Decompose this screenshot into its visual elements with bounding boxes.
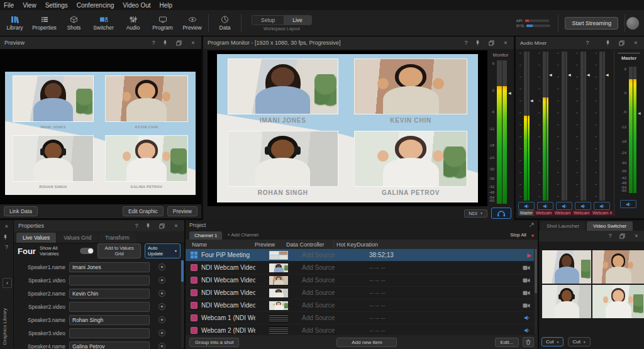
start-streaming-button[interactable]: Start Streaming — [565, 17, 618, 30]
close-icon[interactable]: × — [633, 233, 640, 239]
link-variable-icon[interactable] — [158, 263, 165, 270]
help-icon[interactable]: ? — [606, 233, 614, 239]
fader-handle[interactable]: ◀ — [568, 73, 571, 77]
link-variable-icon[interactable] — [158, 316, 165, 323]
camera-icon[interactable] — [523, 265, 530, 270]
project-row-ndi-webcam-1[interactable]: NDI Webcam Video 1 Add Source -- -- -- — [186, 262, 534, 274]
toolbar-library-button[interactable]: Library — [0, 16, 30, 31]
close-icon[interactable]: × — [189, 40, 197, 46]
speaker-icon[interactable] — [524, 315, 530, 321]
close-icon[interactable]: × — [172, 223, 180, 229]
project-scrollbar[interactable] — [535, 249, 537, 335]
link-variable-icon[interactable] — [158, 277, 165, 284]
fader-handle[interactable]: ◀ — [606, 73, 609, 77]
link-variable-icon[interactable] — [158, 330, 165, 336]
project-row-webcam-1-audio[interactable]: Webcam 1 (NDI Web... Add Source -- -- -- — [186, 312, 534, 324]
stop-all-button[interactable]: Stop All — [510, 232, 526, 240]
add-source-cell[interactable]: Add Source — [288, 264, 349, 271]
camera-icon[interactable] — [523, 303, 530, 308]
switcher-source-kevin[interactable] — [592, 250, 644, 284]
mute-button[interactable] — [575, 202, 591, 210]
play-icon[interactable]: ▶ — [527, 252, 531, 258]
column-header-hot-key[interactable]: Hot Key — [333, 241, 357, 248]
column-header-data-controller[interactable]: Data Controller — [286, 241, 333, 248]
mute-button[interactable] — [594, 202, 610, 210]
float-icon[interactable] — [159, 223, 167, 229]
toolbar-audio-button[interactable]: Audio — [118, 16, 148, 31]
camera-icon[interactable] — [523, 278, 530, 283]
project-row-ndi-webcam-4[interactable]: NDI Webcam Video 4 Add Source -- -- -- — [186, 299, 534, 312]
close-icon[interactable]: × — [502, 40, 509, 46]
close-icon[interactable]: × — [632, 40, 640, 46]
help-icon[interactable]: ? — [150, 40, 157, 46]
tab-transform[interactable]: Transform — [99, 233, 135, 243]
column-header-preview[interactable]: Preview — [255, 241, 286, 248]
add-channel-button[interactable]: + Add Channel — [227, 232, 258, 240]
menu-video-out[interactable]: Video Out — [123, 2, 150, 9]
add-new-item-button[interactable]: Add new item — [336, 338, 397, 347]
add-source-cell[interactable]: Add Source — [288, 277, 349, 284]
speaker2-name-input[interactable] — [69, 289, 150, 299]
add-source-cell[interactable]: Add Source — [288, 314, 349, 321]
fader-handle[interactable]: ◀ — [530, 99, 533, 102]
master-fader-handle[interactable]: ◀ — [638, 111, 641, 115]
project-row-ndi-webcam-3[interactable]: NDI Webcam Video 3 Add Source -- -- -- — [186, 287, 534, 299]
close-icon[interactable]: × — [3, 224, 11, 230]
tab-channel-1[interactable]: Channel 1 — [189, 231, 222, 240]
user-avatar[interactable] — [626, 17, 639, 30]
tab-video-switcher[interactable]: Video Switcher — [587, 221, 633, 231]
toolbar-program-button[interactable]: Program — [148, 16, 177, 31]
transition-2-dropdown[interactable]: Cut ▼ — [568, 337, 590, 346]
tab-shot-launcher[interactable]: Shot Launcher — [540, 221, 586, 231]
help-icon[interactable]: ? — [133, 223, 140, 229]
switcher-source-galina[interactable] — [592, 285, 644, 318]
master-mute-button[interactable] — [620, 200, 636, 208]
camera-icon[interactable] — [523, 291, 530, 296]
project-row-ndi-webcam-2[interactable]: NDI Webcam Video 2 Add Source -- -- -- — [186, 274, 534, 287]
column-header-duration[interactable]: Duration — [357, 241, 378, 248]
pin-icon[interactable] — [146, 223, 153, 229]
link-data-button[interactable]: Link Data — [4, 206, 38, 216]
menu-help[interactable]: Help — [160, 2, 173, 9]
delete-button[interactable] — [523, 337, 534, 347]
switcher-source-rohan[interactable] — [542, 285, 591, 318]
workspace-live-tab[interactable]: Live — [284, 16, 311, 25]
menu-conferencing[interactable]: Conferencing — [77, 2, 114, 9]
column-header-name[interactable]: Name — [186, 241, 255, 248]
project-row-four-pip-meeting[interactable]: Four PiP Meeting Add Source 38:52;13 ▶ — [186, 249, 534, 262]
properties-scrollbar[interactable] — [181, 260, 184, 348]
transition-1-dropdown[interactable]: Cut ▼ — [541, 337, 564, 346]
toolbar-shots-button[interactable]: Shots — [59, 16, 89, 31]
tab-live-values[interactable]: Live Values — [16, 233, 56, 243]
menu-settings[interactable]: Settings — [45, 2, 68, 9]
ndi-output-dropdown[interactable]: NDI ▼ — [464, 209, 487, 218]
menu-view[interactable]: View — [23, 2, 36, 9]
speaker1-name-input[interactable] — [69, 262, 150, 272]
pin-icon[interactable] — [3, 234, 11, 240]
link-variable-icon[interactable] — [158, 290, 165, 297]
speaker-icon[interactable] — [524, 328, 530, 333]
float-icon[interactable] — [176, 40, 184, 46]
pin-icon[interactable] — [606, 40, 613, 46]
fader-handle[interactable]: ◀ — [587, 73, 590, 77]
speaker1-video-input[interactable] — [69, 275, 150, 285]
panel-expand-icon[interactable] — [529, 223, 534, 228]
mute-button[interactable] — [518, 202, 535, 210]
add-source-cell[interactable]: Add Source — [288, 327, 349, 334]
preview-button[interactable]: Preview — [167, 206, 197, 216]
switcher-source-imani[interactable] — [542, 250, 591, 284]
monitor-headphone-button[interactable] — [491, 208, 511, 219]
help-icon[interactable]: ? — [3, 245, 11, 250]
edit-button[interactable]: Edit... — [495, 338, 519, 347]
expand-library-chevron[interactable]: ‹ — [3, 278, 12, 288]
pin-icon[interactable] — [163, 40, 170, 46]
toolbar-properties-button[interactable]: Properties — [30, 16, 59, 31]
pin-icon[interactable] — [475, 40, 483, 46]
add-source-cell[interactable]: Add Source — [288, 289, 349, 296]
loop-icon[interactable] — [516, 252, 522, 258]
add-source-cell[interactable]: Add Source — [288, 302, 349, 309]
speaker2-video-input[interactable] — [69, 302, 150, 312]
link-variable-icon[interactable] — [158, 303, 165, 310]
float-icon[interactable] — [619, 233, 627, 239]
speaker4-name-input[interactable] — [69, 341, 150, 349]
